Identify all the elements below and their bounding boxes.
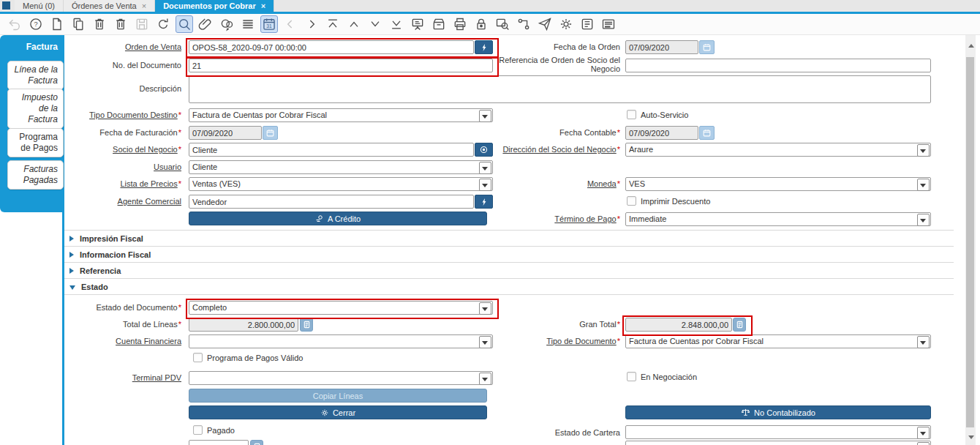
refresh-icon[interactable] bbox=[154, 15, 172, 33]
agente-comercial-input[interactable] bbox=[189, 195, 474, 209]
agente-comercial-label[interactable]: Agente Comercial bbox=[13, 197, 181, 206]
send-mail-icon[interactable] bbox=[536, 15, 554, 33]
section-estado[interactable]: Estado bbox=[69, 282, 108, 292]
terminal-pdv-label[interactable]: Terminal PDV bbox=[13, 373, 181, 383]
chevron-down-icon[interactable] bbox=[917, 144, 930, 157]
delete-selection-icon[interactable] bbox=[112, 15, 129, 33]
tipo-documento-destino-select[interactable]: Factura de Cuentas por Cobrar Fiscal bbox=[189, 108, 493, 122]
imprimir-descuento-checkbox[interactable] bbox=[627, 196, 636, 206]
undo-icon[interactable] bbox=[6, 15, 23, 33]
cuenta-financiera-select[interactable] bbox=[189, 334, 493, 348]
termino-de-pago-select[interactable]: Immediate bbox=[625, 212, 931, 226]
referencia-orden-input[interactable] bbox=[625, 59, 931, 72]
calendar-icon[interactable]: 31 bbox=[260, 15, 278, 33]
tab-documentos-por-cobrar[interactable]: Documentos por Cobrar× bbox=[155, 0, 274, 12]
direccion-socio-label[interactable]: Dirección del Socio del Negocio* bbox=[468, 145, 620, 154]
quick-form-icon[interactable] bbox=[600, 15, 617, 33]
lista-de-precios-label[interactable]: Lista de Precios* bbox=[13, 179, 181, 189]
tipo-de-documento-label[interactable]: Tipo de Documento* bbox=[468, 337, 620, 346]
detail-record-icon[interactable] bbox=[303, 15, 320, 33]
next-record-icon[interactable] bbox=[366, 15, 384, 33]
fecha-de-facturacion-calendar-button[interactable] bbox=[263, 126, 278, 140]
close-icon[interactable]: × bbox=[261, 2, 265, 10]
en-negociacion-checkbox[interactable] bbox=[627, 372, 636, 381]
tab-ordenes-de-venta[interactable]: Órdenes de Venta× bbox=[64, 0, 155, 12]
socio-del-negocio-label[interactable]: Socio del Negocio* bbox=[13, 145, 181, 154]
agente-comercial-search-button[interactable] bbox=[475, 195, 493, 209]
partial-select[interactable] bbox=[625, 441, 931, 445]
help-icon[interactable]: ? bbox=[27, 15, 45, 33]
termino-de-pago-label[interactable]: Término de Pago* bbox=[468, 214, 620, 224]
a-credito-button[interactable]: A Crédito bbox=[189, 212, 487, 225]
chevron-down-icon[interactable] bbox=[917, 336, 930, 348]
fecha-de-la-orden-calendar-button[interactable] bbox=[699, 40, 715, 54]
save-icon[interactable] bbox=[133, 15, 151, 33]
estado-de-cartera-select[interactable] bbox=[625, 425, 931, 439]
fecha-de-la-orden-input[interactable] bbox=[625, 40, 698, 54]
terminal-pdv-select[interactable] bbox=[189, 371, 493, 385]
fecha-contable-calendar-button[interactable] bbox=[699, 126, 715, 140]
estado-del-documento-select[interactable]: Completo bbox=[189, 301, 493, 315]
orden-de-venta-input[interactable] bbox=[189, 40, 474, 54]
sidebar-tab-impuesto-de-la-factura[interactable]: Impuesto de la Factura bbox=[7, 89, 64, 129]
parent-record-icon[interactable] bbox=[282, 15, 299, 33]
pagado-checkbox[interactable] bbox=[193, 425, 203, 435]
toggle-detail-icon[interactable] bbox=[239, 15, 257, 33]
no-del-documento-input[interactable] bbox=[189, 59, 493, 72]
workflow-icon[interactable] bbox=[515, 15, 532, 33]
lock-icon[interactable] bbox=[472, 15, 490, 33]
socio-del-negocio-input[interactable] bbox=[189, 143, 474, 157]
direccion-socio-select[interactable]: Araure bbox=[625, 143, 931, 157]
gran-total-calculator-button[interactable] bbox=[733, 318, 746, 332]
programa-de-pagos-valido-checkbox[interactable] bbox=[193, 353, 203, 362]
copy-record-icon[interactable] bbox=[69, 15, 87, 33]
usuario-select[interactable]: Cliente bbox=[189, 160, 493, 174]
copiar-lineas-button[interactable]: Copiar Líneas bbox=[189, 389, 487, 403]
gran-total-input[interactable] bbox=[625, 318, 732, 332]
chat-icon[interactable] bbox=[218, 15, 235, 33]
delete-record-icon[interactable] bbox=[91, 15, 108, 33]
last-record-icon[interactable] bbox=[388, 15, 405, 33]
tipo-de-documento-select[interactable]: Factura de Cuentas por Cobrar Fiscal bbox=[625, 334, 931, 348]
orden-de-venta-label[interactable]: Orden de Venta bbox=[13, 42, 181, 52]
partial-calculator-button[interactable] bbox=[250, 440, 263, 445]
chevron-down-icon[interactable] bbox=[917, 427, 930, 439]
new-record-icon[interactable] bbox=[48, 15, 66, 33]
auto-servicio-checkbox[interactable] bbox=[627, 110, 636, 119]
close-icon[interactable]: × bbox=[142, 2, 146, 10]
no-contabilizado-button[interactable]: No Contabilizado bbox=[625, 405, 931, 419]
section-impresion-fiscal[interactable]: Impresión Fiscal bbox=[69, 233, 143, 244]
descripcion-textarea[interactable] bbox=[189, 75, 931, 103]
print-icon[interactable] bbox=[451, 15, 469, 33]
scroll-down-icon[interactable] bbox=[968, 435, 974, 442]
scroll-up-icon[interactable] bbox=[968, 41, 974, 48]
moneda-label[interactable]: Moneda* bbox=[468, 179, 620, 189]
process-icon[interactable] bbox=[557, 15, 575, 33]
csv-import-icon[interactable] bbox=[578, 15, 596, 33]
chevron-down-icon[interactable] bbox=[917, 442, 930, 445]
section-referencia[interactable]: Referencia bbox=[69, 266, 121, 276]
total-de-lineas-input[interactable] bbox=[189, 318, 298, 332]
fecha-contable-input[interactable] bbox=[625, 126, 698, 140]
chevron-down-icon[interactable] bbox=[479, 110, 491, 122]
scrollbar-thumb[interactable] bbox=[966, 57, 974, 427]
first-record-icon[interactable] bbox=[324, 15, 342, 33]
lista-de-precios-select[interactable]: Ventas (VES) bbox=[189, 177, 493, 191]
report-icon[interactable] bbox=[409, 15, 426, 33]
partial-amount-input[interactable] bbox=[189, 440, 249, 445]
moneda-select[interactable]: VES bbox=[625, 177, 931, 191]
cuenta-financiera-label[interactable]: Cuenta Financiera bbox=[13, 337, 181, 346]
previous-record-icon[interactable] bbox=[345, 15, 363, 33]
cerrar-button[interactable]: Cerrar bbox=[189, 405, 487, 419]
zoom-across-icon[interactable] bbox=[494, 15, 511, 33]
chevron-down-icon[interactable] bbox=[917, 214, 930, 226]
fecha-de-facturacion-input[interactable] bbox=[189, 126, 262, 140]
total-de-lineas-calculator-button[interactable] bbox=[300, 318, 313, 332]
tipo-documento-destino-label[interactable]: Tipo Documento Destino* bbox=[13, 111, 181, 120]
usuario-label[interactable]: Usuario bbox=[13, 162, 181, 172]
section-informacion-fiscal[interactable]: Informacion Fiscal bbox=[69, 250, 151, 260]
find-icon[interactable] bbox=[176, 15, 193, 33]
chevron-down-icon[interactable] bbox=[479, 302, 491, 315]
archive-icon[interactable] bbox=[430, 15, 448, 33]
chevron-down-icon[interactable] bbox=[479, 162, 491, 174]
